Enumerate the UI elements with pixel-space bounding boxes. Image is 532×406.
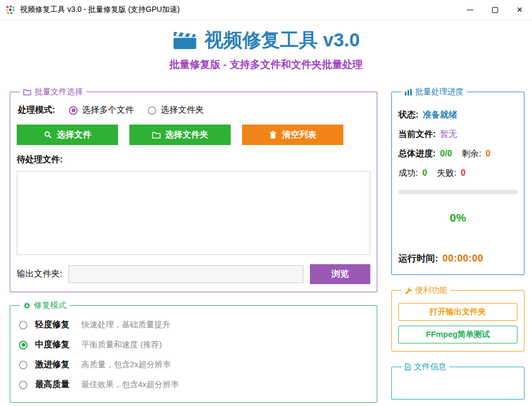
success-fail-row: 成功: 0 失败: 0 xyxy=(398,168,517,179)
app-subtitle: 批量修复版 - 支持多文件和文件夹批量处理 xyxy=(0,58,532,72)
convenience-group: 便利功能 打开输出文件夹 FFmpeg简单测试 xyxy=(391,285,524,352)
ffmpeg-test-button[interactable]: FFmpeg简单测试 xyxy=(398,326,517,343)
minimize-button[interactable] xyxy=(458,0,482,19)
browse-button[interactable]: 浏览 xyxy=(310,264,370,284)
clear-list-button[interactable]: 清空列表 xyxy=(242,125,343,145)
status-row: 状态: 准备就绪 xyxy=(398,109,517,121)
progress-bar xyxy=(398,190,517,194)
radio-dot-max-quality xyxy=(19,381,27,389)
app-title: 视频修复工具 v3.0 xyxy=(205,27,360,53)
window-title: 视频修复工具 v3.0 - 批量修复版 (支持GPU加速) xyxy=(20,5,179,15)
processing-mode-label: 处理模式: xyxy=(18,105,55,116)
folder-icon xyxy=(23,88,31,95)
fail-value: 0 xyxy=(461,168,466,178)
runtime-row: 运行时间: 00:00:00 xyxy=(398,252,517,265)
runtime-value: 00:00:00 xyxy=(443,253,483,264)
open-output-folder-button[interactable]: 打开输出文件夹 xyxy=(398,303,517,321)
current-file-row: 当前文件: 暂无 xyxy=(398,129,517,140)
main-content: 批量文件选择 处理模式: 选择多个文件 选择文件夹 xyxy=(0,87,532,403)
current-file-label: 当前文件: xyxy=(398,129,436,140)
repair-mode-group: 修复模式 轻度修复 快速处理，基础质量提升 中度修复 平衡质量和速度 (推荐) … xyxy=(10,300,377,403)
trash-icon xyxy=(269,130,277,139)
radio-select-folder-mode[interactable]: 选择文件夹 xyxy=(148,105,204,116)
output-folder-input[interactable] xyxy=(68,265,303,283)
file-selection-group: 批量文件选择 处理模式: 选择多个文件 选择文件夹 xyxy=(10,87,377,292)
success-value: 0 xyxy=(422,168,427,178)
repair-mode-group-title: 修复模式 xyxy=(34,300,66,311)
runtime-label: 运行时间: xyxy=(398,252,438,265)
select-folder-button[interactable]: 选择文件夹 xyxy=(129,125,231,145)
radio-multiple-files-label: 选择多个文件 xyxy=(82,105,134,116)
wrench-icon xyxy=(405,287,412,294)
pending-files-label: 待处理文件: xyxy=(17,154,370,166)
close-button[interactable]: × xyxy=(507,0,532,19)
overall-progress-label: 总体进度: xyxy=(398,148,436,160)
radio-select-multiple-files[interactable]: 选择多个文件 xyxy=(69,105,134,116)
radio-aggressive-repair[interactable]: 激进修复 高质量，包含2x超分辨率 xyxy=(17,355,370,375)
titlebar: 视频修复工具 v3.0 - 批量修复版 (支持GPU加速) × xyxy=(0,0,532,20)
success-label: 成功: xyxy=(398,168,418,179)
progress-percent: 0% xyxy=(398,211,517,224)
file-action-buttons: 选择文件 选择文件夹 xyxy=(17,125,370,145)
fail-label: 失败: xyxy=(437,168,456,179)
maximize-icon xyxy=(492,7,498,13)
batch-progress-group-title: 批量处理进度 xyxy=(415,87,464,97)
app-header: 视频修复工具 v3.0 批量修复版 - 支持多文件和文件夹批量处理 xyxy=(0,20,532,72)
file-info-group-title: 文件信息 xyxy=(414,362,446,372)
batch-progress-group: 批量处理进度 状态: 准备就绪 当前文件: 暂无 总体进度: 0/0 剩余: 0… xyxy=(391,87,524,275)
remaining-label: 剩余: xyxy=(462,148,481,160)
pending-files-list[interactable] xyxy=(17,171,370,255)
file-selection-group-title: 批量文件选择 xyxy=(34,87,83,97)
radio-light-repair[interactable]: 轻度修复 快速处理，基础质量提升 xyxy=(17,315,370,335)
gear-icon xyxy=(23,302,31,309)
overall-progress-value: 0/0 xyxy=(440,149,452,159)
clapperboard-icon xyxy=(172,30,197,51)
document-icon xyxy=(405,363,411,370)
window-controls: × xyxy=(458,0,532,19)
output-folder-label: 输出文件夹: xyxy=(17,269,62,280)
select-files-button[interactable]: 选择文件 xyxy=(17,125,118,145)
remaining-value: 0 xyxy=(486,149,490,159)
radio-medium-repair[interactable]: 中度修复 平衡质量和速度 (推荐) xyxy=(17,335,370,355)
radio-dot-medium-repair xyxy=(19,341,27,349)
magnifier-icon xyxy=(44,130,52,139)
radio-dot-multiple-files xyxy=(69,106,78,115)
radio-dot-light-repair xyxy=(19,321,27,329)
maximize-button[interactable] xyxy=(482,0,507,19)
processing-mode-row: 处理模式: 选择多个文件 选择文件夹 xyxy=(17,101,370,116)
close-icon: × xyxy=(517,5,523,15)
convenience-group-title: 便利功能 xyxy=(415,285,447,295)
radio-folder-mode-label: 选择文件夹 xyxy=(161,105,204,116)
bar-chart-icon xyxy=(405,89,412,95)
output-folder-row: 输出文件夹: 浏览 xyxy=(17,264,370,284)
overall-progress-row: 总体进度: 0/0 剩余: 0 xyxy=(398,148,517,160)
current-file-value: 暂无 xyxy=(440,129,457,140)
radio-dot-aggressive-repair xyxy=(19,361,27,369)
status-label: 状态: xyxy=(398,109,418,121)
status-value: 准备就绪 xyxy=(423,109,457,121)
file-info-group: 文件信息 xyxy=(391,362,524,400)
folder-open-icon xyxy=(152,131,161,139)
radio-dot-folder-mode xyxy=(148,106,156,115)
app-icon xyxy=(5,5,15,15)
minimize-icon xyxy=(467,10,473,10)
radio-max-quality[interactable]: 最高质量 最佳效果，包含4x超分辨率 xyxy=(17,375,370,395)
